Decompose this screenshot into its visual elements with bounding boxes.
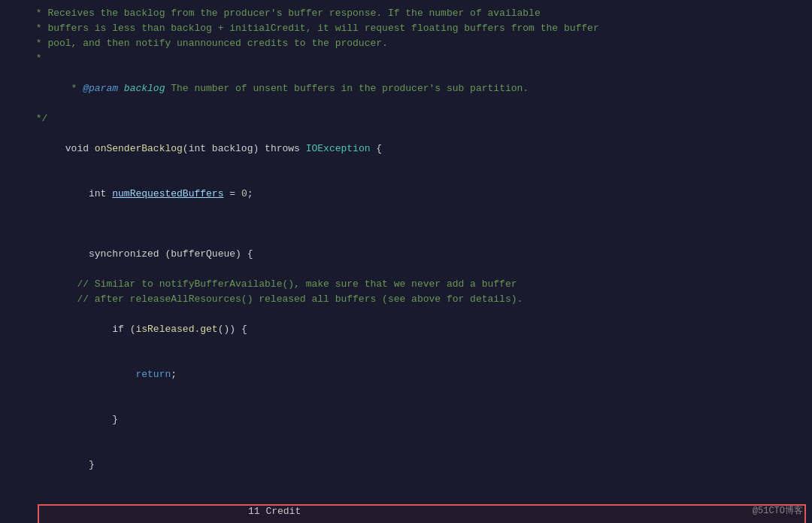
code-line	[0, 488, 812, 503]
code-line: */	[0, 111, 812, 126]
code-line: if (isReleased.get()) {	[0, 307, 812, 352]
code-line: * @param backlog The number of unsent bu…	[0, 66, 812, 111]
code-line: }	[0, 397, 812, 442]
code-line: // Similar to notifyBufferAvailable(), m…	[0, 277, 812, 292]
code-line: * pool, and then notify unannounced cred…	[0, 36, 812, 51]
highlighted-code-block: numRequiredBuffers = backlog + initialCr…	[38, 504, 806, 523]
code-container: * Receives the backlog from the producer…	[0, 0, 812, 523]
code-line: int numRequestedBuffers = 0;	[0, 172, 812, 217]
code-line: return;	[0, 352, 812, 397]
watermark: @51CTO博客	[753, 504, 803, 517]
code-line: * Receives the backlog from the producer…	[0, 6, 812, 21]
code-line	[0, 217, 812, 232]
code-line: synchronized (bufferQueue) {	[0, 232, 812, 277]
code-line: // after releaseAllResources() released …	[0, 292, 812, 307]
code-line: }	[0, 442, 812, 488]
code-line: *	[0, 51, 812, 66]
code-line: numRequiredBuffers = backlog + initialCr…	[39, 506, 804, 523]
credit-label: 11 Credit	[248, 506, 301, 517]
code-line: * buffers is less than backlog + initial…	[0, 21, 812, 36]
code-line: void onSenderBacklog(int backlog) throws…	[0, 126, 812, 172]
